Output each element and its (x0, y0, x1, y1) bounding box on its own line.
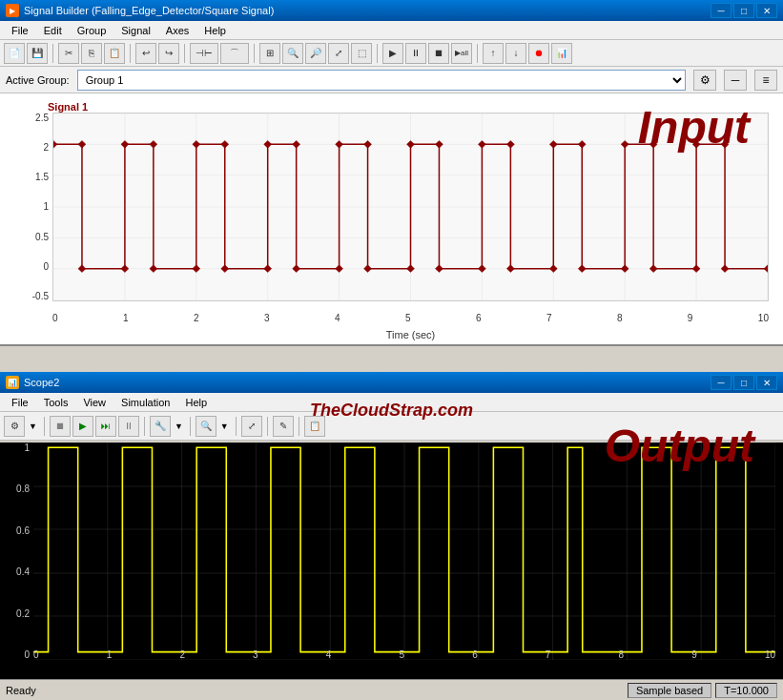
down-button[interactable]: ↓ (505, 43, 526, 64)
scope-x-4: 4 (326, 649, 332, 660)
scope-play-button[interactable]: ▶ (72, 416, 93, 437)
signal-builder-window: ▶ Signal Builder (Falling_Edge_Detector/… (0, 0, 783, 372)
y-label-1_5: 1.5 (35, 172, 49, 182)
scope-menu-file[interactable]: File (4, 396, 36, 409)
scope-menu-help[interactable]: Help (177, 396, 215, 409)
scope-zoom-label: ▼ (218, 422, 231, 431)
scope-x-3: 3 (253, 649, 258, 660)
scope-x-10: 10 (765, 649, 775, 660)
maximize-button[interactable]: □ (733, 3, 754, 18)
svg-marker-47 (578, 265, 586, 273)
svg-marker-18 (78, 140, 86, 148)
grid-button[interactable]: ⊞ (259, 43, 280, 64)
insert-seg-button[interactable]: ⌒ (220, 43, 249, 64)
scope-config-label: ▼ (173, 422, 185, 431)
scope-minimize-button[interactable]: ─ (711, 375, 731, 390)
y-label-2: 2 (43, 142, 49, 153)
record-button[interactable]: ⏺ (528, 43, 549, 64)
save-button[interactable]: 💾 (27, 43, 48, 64)
menu-help[interactable]: Help (196, 24, 234, 37)
svg-marker-28 (264, 265, 272, 273)
scope-pause2-button[interactable]: ⏸ (118, 416, 139, 437)
new-button[interactable]: 📄 (4, 43, 25, 64)
x-label-5: 5 (405, 313, 411, 323)
svg-marker-49 (621, 140, 628, 148)
scope-menu-view[interactable]: View (75, 396, 113, 409)
svg-marker-21 (121, 140, 129, 148)
svg-marker-40 (478, 265, 485, 273)
scope-x-1: 1 (107, 649, 113, 660)
svg-marker-31 (293, 265, 300, 273)
status-bar: Ready Sample based T=10.000 (0, 679, 783, 700)
scope-menu-simulation[interactable]: Simulation (113, 396, 177, 409)
scope-zoom-button[interactable]: 🔍 (196, 416, 216, 437)
zoom-rect-button[interactable]: ⬚ (351, 43, 372, 64)
x-label-10: 10 (758, 313, 769, 323)
cut-button[interactable]: ✂ (58, 43, 79, 64)
stop-button[interactable]: ⏹ (428, 43, 449, 64)
status-right: Sample based T=10.000 (628, 683, 777, 698)
y-label-1: 1 (43, 201, 49, 212)
signal-builder-icon: ▶ (6, 4, 19, 17)
zoom-in-button[interactable]: 🔍 (282, 43, 303, 64)
scope-step-button[interactable]: ⏭ (95, 416, 116, 437)
scope-stop-button[interactable]: ⏹ (50, 416, 71, 437)
undo-button[interactable]: ↩ (135, 43, 156, 64)
active-group-select[interactable]: Group 1 (77, 70, 686, 91)
menu-file[interactable]: File (4, 24, 36, 37)
play-all-button[interactable]: ▶all (451, 43, 472, 64)
svg-marker-42 (506, 140, 514, 148)
play-button[interactable]: ▶ (382, 43, 403, 64)
scope-settings-button[interactable]: ⚙ (4, 416, 25, 437)
signal-builder-title-bar: ▶ Signal Builder (Falling_Edge_Detector/… (0, 0, 783, 21)
pause-button[interactable]: ⏸ (405, 43, 426, 64)
menu-edit[interactable]: Edit (36, 24, 70, 37)
svg-marker-26 (221, 140, 229, 148)
scope-cursor-button[interactable]: ✎ (273, 416, 294, 437)
svg-marker-52 (692, 265, 700, 273)
scope-x-9: 9 (691, 649, 697, 660)
scope-fit-button[interactable]: ⤢ (241, 416, 262, 437)
scope-x-6: 6 (472, 649, 478, 660)
scope-menu-tools[interactable]: Tools (36, 396, 76, 409)
scope-sep-1 (44, 417, 45, 436)
scope-settings-label: ▼ (27, 422, 39, 431)
fit-button[interactable]: ⤢ (328, 43, 349, 64)
menu-group[interactable]: Group (70, 24, 114, 37)
redo-button[interactable]: ↪ (158, 43, 179, 64)
up-button[interactable]: ↑ (483, 43, 504, 64)
scope-sep-3 (190, 417, 191, 436)
separator-1 (52, 44, 53, 63)
scope-y-label-0_2: 0.2 (16, 608, 30, 619)
scope-plot[interactable]: 1 0.8 0.6 0.4 0.2 0 (0, 443, 783, 681)
svg-marker-24 (193, 265, 200, 273)
svg-marker-20 (121, 265, 129, 273)
zoom-out-button[interactable]: 🔎 (305, 43, 326, 64)
svg-marker-19 (78, 265, 86, 273)
scope-title: Scope2 (24, 377, 59, 388)
log-button[interactable]: 📊 (551, 43, 572, 64)
group-settings-button[interactable]: ⚙ (693, 70, 716, 91)
x-label-7: 7 (546, 313, 552, 323)
paste-button[interactable]: 📋 (104, 43, 125, 64)
svg-marker-30 (293, 140, 300, 148)
close-button[interactable]: ✕ (756, 3, 777, 18)
menu-signal[interactable]: Signal (113, 24, 158, 37)
y-axis: 2.5 2 1.5 1 0.5 0 -0.5 (0, 113, 52, 301)
svg-marker-55 (721, 265, 729, 273)
scope-maximize-button[interactable]: □ (733, 375, 754, 390)
signal-1-label: Signal 1 (48, 101, 88, 113)
scope-sep-2 (144, 417, 145, 436)
menu-axes[interactable]: Axes (158, 24, 196, 37)
separator-5 (377, 44, 378, 63)
insert-point-button[interactable]: ⊣⊢ (190, 43, 218, 64)
group-minus-button[interactable]: ─ (724, 70, 747, 91)
group-more-button[interactable]: ≡ (754, 70, 777, 91)
scope-config-button[interactable]: 🔧 (150, 416, 171, 437)
scope-x-7: 7 (546, 649, 551, 660)
copy-button[interactable]: ⎘ (81, 43, 102, 64)
y-label-0: 0 (43, 261, 49, 272)
minimize-button[interactable]: ─ (711, 3, 731, 18)
scope-close-button[interactable]: ✕ (756, 375, 777, 390)
svg-marker-27 (221, 265, 229, 273)
